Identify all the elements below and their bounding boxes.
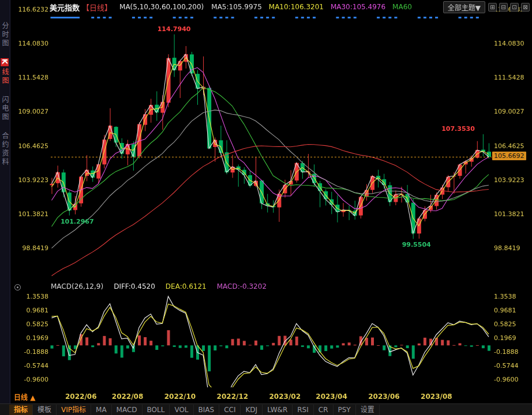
left-sidebar: 分时图K线图闪电图合约资料 — [0, 0, 10, 403]
sidebar-item-time-chart[interactable]: 分时图 — [0, 22, 10, 48]
indicator-settings-icon[interactable] — [14, 284, 21, 290]
sidebar-items: 分时图K线图闪电图合约资料 — [0, 0, 10, 167]
layout-split-icon[interactable]: ⊟ — [499, 3, 508, 12]
footer-tab[interactable]: 设置 — [356, 405, 380, 415]
footer-tab[interactable]: MA — [91, 405, 112, 415]
period-label: 【日线】 — [82, 2, 112, 13]
macd-dea-value: DEA:0.6121 — [166, 282, 207, 290]
macd-diff-value: DIFF:0.4520 — [114, 282, 155, 290]
ma-legend: MA5:105.9975MA10:106.3201MA30:105.4976MA… — [211, 3, 412, 11]
sidebar-item-contract-info[interactable]: 合约资料 — [0, 132, 10, 167]
ma-value-label: MA5:105.9975 — [211, 3, 262, 11]
footer-tab[interactable]: CCI — [219, 405, 241, 415]
sidebar-item-flash-chart[interactable]: 闪电图 — [0, 96, 10, 122]
layout-icons-group: ⊞⊟⊡⊠ — [488, 3, 530, 12]
footer-tab[interactable]: PSY — [334, 405, 356, 415]
layout-grid-icon[interactable]: ⊞ — [488, 3, 497, 12]
footer-tab[interactable]: RSI — [293, 405, 314, 415]
ma-group-label: MA(5,10,30,60,100,200) — [119, 3, 204, 11]
ma-value-label: MA60 — [392, 3, 412, 11]
footer-tabs: 指标模板VIP指标MAMACDBOLLVOLBIASCCIKDJLW&RRSIC… — [9, 405, 380, 415]
toolbar-right-tools: 全部主题▼ ⊞⊟⊡⊠ — [443, 1, 530, 13]
footer-tab[interactable]: VIP指标 — [57, 405, 91, 415]
sidebar-item-kline-chart[interactable]: K线图 — [0, 58, 10, 85]
last-price-badge: 105.6692 — [492, 152, 526, 160]
chart-period-flag[interactable]: 日线 ▲ — [14, 392, 35, 402]
sidebar-item-label: 线图 — [1, 68, 9, 85]
macd-title: MACD(26,12,9) — [51, 282, 103, 290]
ma-value-label: MA30:105.4976 — [331, 3, 385, 11]
app-root: { "header": { "symbol": "美元指数", "period"… — [0, 0, 532, 415]
bottom-tab-bar: 指标模板VIP指标MAMACDBOLLVOLBIASCCIKDJLW&RRSIC… — [0, 403, 532, 415]
footer-tab[interactable]: CR — [314, 405, 334, 415]
footer-tab[interactable]: BIAS — [194, 405, 220, 415]
footer-tab[interactable]: 指标 — [9, 405, 33, 415]
kline-badge: K — [1, 58, 9, 66]
layout-maximize-icon[interactable]: ⊠ — [521, 3, 530, 12]
theme-dropdown-button[interactable]: 全部主题▼ — [443, 1, 485, 13]
footer-tab[interactable]: LW&R — [263, 405, 293, 415]
footer-tab[interactable]: 模板 — [33, 405, 57, 415]
footer-tab[interactable]: VOL — [170, 405, 193, 415]
footer-tab[interactable]: BOLL — [143, 405, 170, 415]
price-chart-canvas[interactable] — [0, 0, 532, 415]
ma-value-label: MA10:106.3201 — [269, 3, 324, 11]
footer-tab[interactable]: MACD — [112, 405, 143, 415]
top-toolbar: 美元指数 【日线】 MA(5,10,30,60,100,200) MA5:105… — [50, 0, 530, 14]
macd-hist-value: MACD:-0.3202 — [217, 282, 267, 290]
symbol-title: 美元指数 — [50, 2, 80, 13]
layout-single-icon[interactable]: ⊡ — [510, 3, 519, 12]
macd-legend: MACD(26,12,9) DIFF:0.4520 DEA:0.6121 MAC… — [51, 282, 267, 290]
footer-tab[interactable]: KDJ — [241, 405, 263, 415]
